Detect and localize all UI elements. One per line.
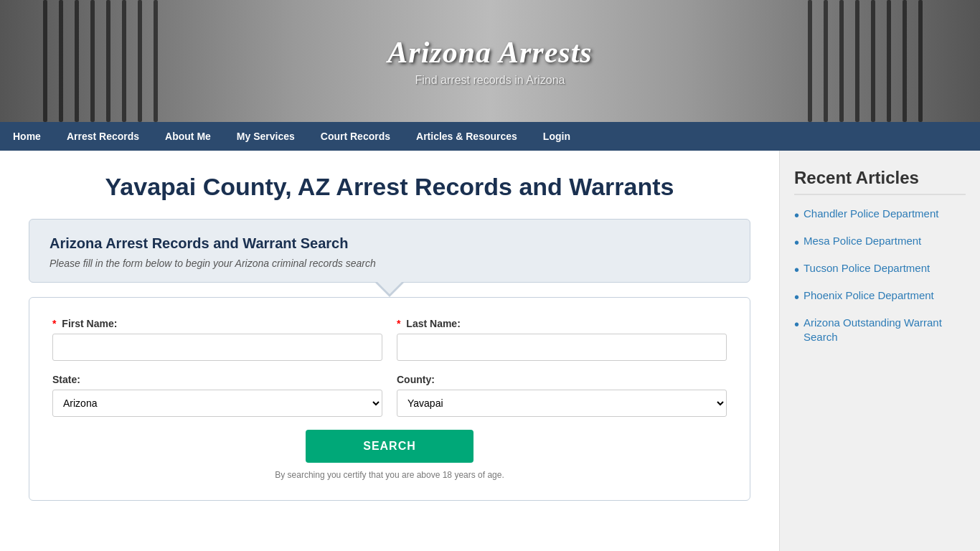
sidebar-title: Recent Articles [794, 168, 966, 195]
search-card-subtitle: Please fill in the form below to begin y… [50, 258, 730, 269]
nav-item-arrest-records[interactable]: Arrest Records [54, 122, 152, 151]
search-button[interactable]: SEARCH [306, 430, 473, 463]
sidebar-article-3: • Phoenix Police Department [794, 288, 966, 306]
last-name-label: * Last Name: [397, 318, 727, 329]
bullet-icon-1: • [794, 234, 799, 251]
bar [138, 0, 142, 122]
nav-item-articles[interactable]: Articles & Resources [403, 122, 530, 151]
card-arrow [375, 283, 404, 297]
required-star-first: * [52, 318, 56, 329]
bullet-icon-2: • [794, 261, 799, 278]
nav-item-about-me[interactable]: About Me [152, 122, 224, 151]
search-btn-row: SEARCH [52, 430, 727, 463]
search-card-title: Arizona Arrest Records and Warrant Searc… [50, 235, 730, 252]
county-group: County: Yavapai [397, 374, 727, 417]
required-star-last: * [397, 318, 400, 329]
bar [154, 0, 158, 122]
bar [871, 0, 875, 122]
bar [855, 0, 859, 122]
sidebar-link-0[interactable]: Chandler Police Department [804, 207, 938, 221]
nav-link-login[interactable]: Login [530, 122, 583, 151]
sidebar-link-2[interactable]: Tucson Police Department [804, 261, 930, 276]
nav-link-home[interactable]: Home [0, 122, 54, 151]
state-label: State: [52, 374, 382, 385]
bullet-icon-4: • [794, 316, 799, 333]
bar [903, 0, 907, 122]
nav-link-court-records[interactable]: Court Records [308, 122, 403, 151]
page-title: Yavapai County, AZ Arrest Records and Wa… [29, 172, 750, 202]
nav-link-services[interactable]: My Services [224, 122, 308, 151]
sidebar-article-4: • Arizona Outstanding Warrant Search [794, 316, 966, 344]
bar [918, 0, 923, 122]
name-row: * First Name: * Last Name: [52, 318, 727, 361]
nav-item-login[interactable]: Login [530, 122, 583, 151]
last-name-group: * Last Name: [397, 318, 727, 361]
header-text: Arizona Arrests Find arrest records in A… [387, 35, 592, 87]
first-name-label: * First Name: [52, 318, 382, 329]
main-nav: Home Arrest Records About Me My Services… [0, 122, 980, 151]
recent-articles-list: • Chandler Police Department • Mesa Poli… [794, 207, 966, 344]
sidebar-link-1[interactable]: Mesa Police Department [804, 234, 921, 248]
sidebar-link-3[interactable]: Phoenix Police Department [804, 288, 934, 303]
nav-item-home[interactable]: Home [0, 122, 54, 151]
sidebar-article-2: • Tucson Police Department [794, 261, 966, 278]
nav-list: Home Arrest Records About Me My Services… [0, 122, 980, 151]
nav-link-articles[interactable]: Articles & Resources [403, 122, 530, 151]
bars-right [808, 0, 937, 122]
sidebar-article-0: • Chandler Police Department [794, 207, 966, 224]
county-label: County: [397, 374, 727, 385]
page-body: Yavapai County, AZ Arrest Records and Wa… [0, 151, 980, 551]
bullet-icon-3: • [794, 288, 799, 306]
search-form-area: * First Name: * Last Name: State: [29, 297, 750, 501]
bar [59, 0, 63, 122]
bar [106, 0, 110, 122]
form-disclaimer: By searching you certify that you are ab… [52, 470, 727, 480]
bullet-icon-0: • [794, 207, 799, 224]
bar [43, 0, 47, 122]
nav-item-court-records[interactable]: Court Records [308, 122, 403, 151]
county-select[interactable]: Yavapai [397, 390, 727, 417]
main-content: Yavapai County, AZ Arrest Records and Wa… [0, 151, 779, 551]
sidebar-article-1: • Mesa Police Department [794, 234, 966, 251]
sidebar: Recent Articles • Chandler Police Depart… [779, 151, 980, 551]
bar [839, 0, 844, 122]
last-name-input[interactable] [397, 334, 727, 361]
first-name-group: * First Name: [52, 318, 382, 361]
bar [808, 0, 812, 122]
sidebar-link-4[interactable]: Arizona Outstanding Warrant Search [804, 316, 966, 344]
nav-link-about-me[interactable]: About Me [152, 122, 224, 151]
site-subtitle: Find arrest records in Arizona [387, 74, 592, 87]
location-row: State: Arizona County: Yavapai [52, 374, 727, 417]
bar [824, 0, 828, 122]
bar [90, 0, 95, 122]
search-card: Arizona Arrest Records and Warrant Searc… [29, 219, 750, 283]
bars-left [43, 0, 172, 122]
bar [75, 0, 79, 122]
state-select[interactable]: Arizona [52, 390, 382, 417]
site-header: Arizona Arrests Find arrest records in A… [0, 0, 980, 122]
site-title: Arizona Arrests [387, 35, 592, 70]
state-group: State: Arizona [52, 374, 382, 417]
nav-item-services[interactable]: My Services [224, 122, 308, 151]
bar [122, 0, 126, 122]
bar [887, 0, 891, 122]
first-name-input[interactable] [52, 334, 382, 361]
nav-link-arrest-records[interactable]: Arrest Records [54, 122, 152, 151]
